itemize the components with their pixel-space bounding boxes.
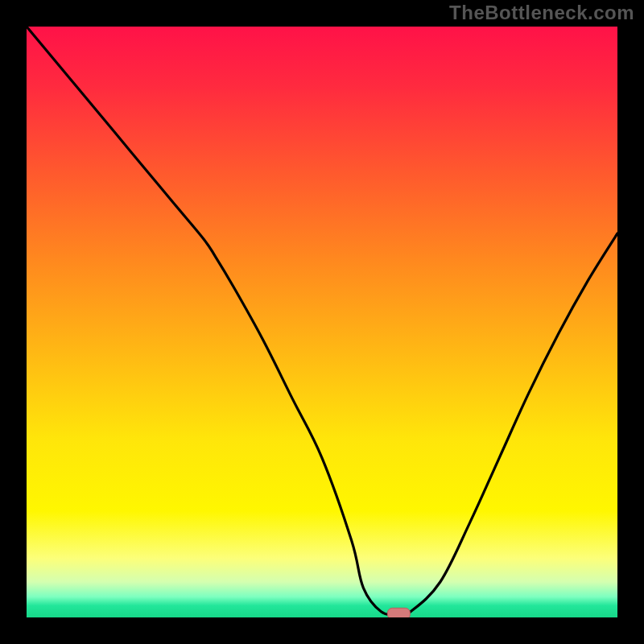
watermark-text: TheBottleneck.com <box>449 2 634 24</box>
chart-frame: TheBottleneck.com <box>0 0 644 644</box>
plot-area <box>27 27 617 617</box>
plot-svg <box>27 27 617 617</box>
bottleneck-curve <box>27 27 617 615</box>
optimal-marker <box>387 608 410 617</box>
